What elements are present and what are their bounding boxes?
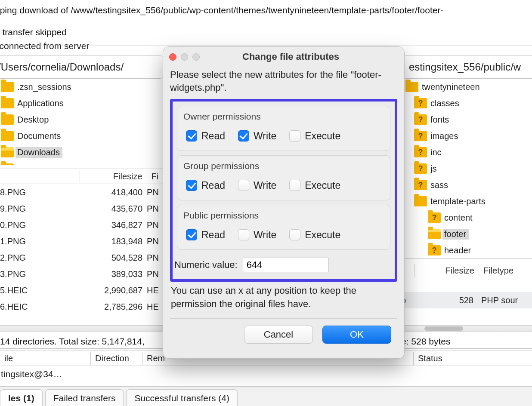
owner-execute-checkbox[interactable]: Execute bbox=[289, 130, 340, 142]
group-permissions-group: Group permissions Read Write Execute bbox=[177, 155, 390, 200]
dialog-titlebar[interactable]: Change file attributes bbox=[163, 47, 404, 66]
local-grid-header[interactable]: Filesize Fi bbox=[0, 169, 164, 184]
table-row[interactable]: 6.HEIC2,785,296HE bbox=[0, 298, 164, 315]
tree-item-label: images bbox=[429, 131, 461, 141]
table-row[interactable]: 2.PNG504,528PN bbox=[0, 249, 164, 266]
queue-row[interactable]: tingsitex@34… bbox=[0, 366, 62, 382]
tree-item[interactable]: Library bbox=[0, 160, 164, 165]
col-filesize[interactable]: Filesize bbox=[414, 264, 479, 277]
public-write-checkbox[interactable]: Write bbox=[238, 229, 276, 241]
file-name: 0.PNG bbox=[0, 220, 50, 230]
table-row[interactable]: p 528 PHP sour bbox=[401, 292, 532, 308]
ok-button[interactable]: OK bbox=[322, 326, 391, 344]
dialog-title: Change file attributes bbox=[222, 51, 398, 62]
file-type: PN bbox=[142, 237, 164, 246]
table-row[interactable]: 8.PNG418,400PN bbox=[0, 184, 164, 200]
remote-path-input[interactable]: estingsitex_556/public/w bbox=[402, 55, 532, 79]
local-path-input[interactable]: /Users/cornelia/Downloads/ bbox=[0, 55, 164, 79]
transfer-tabs: les (1) Failed transfers Successful tran… bbox=[0, 386, 532, 406]
checkbox-label: Execute bbox=[305, 180, 340, 191]
numeric-value-input[interactable] bbox=[243, 258, 329, 272]
folder-icon bbox=[1, 98, 14, 108]
tree-item[interactable]: ?inc bbox=[401, 144, 532, 160]
tab-failed[interactable]: Failed transfers bbox=[45, 389, 124, 406]
numeric-value-label: Numeric value: bbox=[174, 259, 238, 271]
tab-queued[interactable]: les (1) bbox=[0, 389, 43, 406]
tree-item-label: .zsn_sessions bbox=[15, 82, 74, 92]
tree-item[interactable]: ?fonts bbox=[401, 111, 532, 128]
table-row[interactable]: 3.PNG389,033PN bbox=[0, 266, 164, 282]
file-size: 183,948 bbox=[50, 237, 142, 246]
group-read-checkbox[interactable]: Read bbox=[186, 180, 225, 191]
col-filetype[interactable]: Fi bbox=[147, 170, 164, 183]
unknown-folder-icon: ? bbox=[414, 147, 427, 157]
tree-item-label: Desktop bbox=[15, 114, 51, 125]
file-size: 346,827 bbox=[50, 220, 142, 230]
file-type: PN bbox=[142, 204, 164, 214]
tree-item[interactable]: ?js bbox=[401, 160, 532, 177]
tree-item[interactable]: footer bbox=[401, 226, 532, 242]
col-filetype[interactable]: Filetype bbox=[479, 264, 530, 277]
public-read-checkbox[interactable]: Read bbox=[186, 229, 225, 241]
close-icon[interactable] bbox=[169, 53, 176, 61]
tree-item-label: header bbox=[442, 245, 473, 256]
tree-item[interactable]: template-parts bbox=[401, 193, 532, 209]
unknown-folder-icon: ? bbox=[428, 212, 441, 223]
tree-item-label: Downloads bbox=[15, 147, 62, 158]
tree-item-label: content bbox=[442, 212, 475, 223]
file-size: 418,400 bbox=[50, 188, 142, 197]
table-row[interactable]: 9.PNG435,670PN bbox=[0, 200, 164, 217]
col-status[interactable]: Status bbox=[413, 352, 465, 365]
owner-read-checkbox[interactable]: Read bbox=[186, 130, 225, 142]
file-type: PN bbox=[142, 220, 164, 230]
window-controls bbox=[169, 53, 200, 61]
tree-item[interactable]: twentynineteen bbox=[401, 79, 532, 95]
local-tree[interactable]: .zsn_sessionsApplicationsDesktopDocument… bbox=[0, 79, 164, 165]
tree-item[interactable]: ?sass bbox=[401, 177, 532, 193]
tree-item[interactable]: Desktop bbox=[0, 111, 164, 128]
log-line: e transfer skipped bbox=[0, 25, 532, 40]
tree-item[interactable]: Documents bbox=[0, 128, 164, 144]
remote-grid-header[interactable]: Filesize Filetype bbox=[401, 263, 532, 278]
tree-item-label: sass bbox=[429, 180, 451, 191]
owner-write-checkbox[interactable]: Write bbox=[238, 130, 276, 142]
cancel-button[interactable]: Cancel bbox=[244, 326, 313, 344]
col-filesize[interactable]: Filesize bbox=[80, 170, 147, 183]
folder-open-icon bbox=[1, 147, 14, 157]
unknown-folder-icon: ? bbox=[428, 245, 441, 255]
file-size: 389,033 bbox=[50, 269, 142, 279]
table-row[interactable]: 5.HEIC2,990,687HE bbox=[0, 282, 164, 298]
remote-status: e: 528 bytes bbox=[401, 336, 450, 347]
tree-item[interactable]: ?header bbox=[401, 242, 532, 257]
col-name[interactable] bbox=[0, 175, 80, 178]
tree-item[interactable]: .zsn_sessions bbox=[0, 79, 164, 95]
checkbox-label: Write bbox=[254, 229, 276, 241]
change-file-attributes-dialog: Change file attributes Please select the… bbox=[163, 46, 405, 359]
tree-item[interactable]: ?images bbox=[401, 128, 532, 144]
file-size: 504,528 bbox=[50, 253, 142, 263]
log-line: pping download of /www/testingsitex_556/… bbox=[0, 3, 532, 18]
scrollbar[interactable] bbox=[0, 325, 164, 332]
remote-tree[interactable]: twentynineteen?classes?fonts?images?inc?… bbox=[401, 79, 532, 257]
public-execute-checkbox[interactable]: Execute bbox=[289, 229, 340, 241]
owner-permissions-group: Owner permissions Read Write Execute bbox=[177, 106, 390, 151]
table-row[interactable]: 0.PNG346,827PN bbox=[0, 217, 164, 233]
numeric-value-row: Numeric value: bbox=[173, 250, 395, 279]
tab-successful[interactable]: Successful transfers (4) bbox=[126, 389, 238, 406]
tree-item-label: fonts bbox=[429, 114, 452, 125]
tree-item[interactable]: Downloads bbox=[0, 144, 164, 160]
tree-item[interactable]: ?classes bbox=[401, 95, 532, 111]
table-row[interactable]: 1.PNG183,948PN bbox=[0, 233, 164, 249]
local-file-list[interactable]: 8.PNG418,400PN9.PNG435,670PN0.PNG346,827… bbox=[0, 184, 164, 315]
tree-item-label: Documents bbox=[15, 131, 63, 141]
col-file[interactable]: ile bbox=[0, 352, 90, 365]
scrollbar[interactable] bbox=[401, 325, 532, 332]
tree-item[interactable]: Applications bbox=[0, 95, 164, 111]
tree-item[interactable]: ?content bbox=[401, 209, 532, 226]
group-write-checkbox[interactable]: Write bbox=[238, 180, 276, 191]
remote-file-list[interactable]: p 528 PHP sour bbox=[401, 279, 532, 308]
unknown-folder-icon: ? bbox=[414, 163, 427, 174]
group-execute-checkbox[interactable]: Execute bbox=[289, 180, 340, 191]
col-direction[interactable]: Direction bbox=[90, 352, 142, 365]
tree-item-label: Library bbox=[15, 163, 46, 165]
